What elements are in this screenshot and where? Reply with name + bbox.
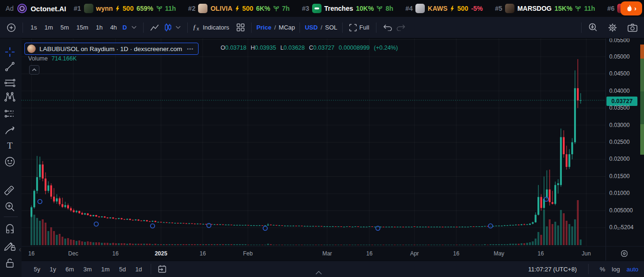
- timeframe-button[interactable]: 1s: [28, 22, 40, 33]
- range-button[interactable]: 5d: [115, 264, 130, 274]
- range-button[interactable]: 1m: [98, 264, 114, 274]
- price-axis[interactable]: 0.03727 0.055000.050000.045000.040000.03…: [606, 38, 644, 246]
- symbol-search-plus-button[interactable]: [5, 21, 18, 34]
- range-button[interactable]: 1y: [46, 264, 60, 274]
- text-tool[interactable]: T: [3, 139, 16, 152]
- trending-token-item[interactable]: #5MARSDOG15K%11h: [495, 4, 595, 13]
- ohlc-readout: O0.03718 H0.03935 L0.03628 C0.03727 0.00…: [221, 45, 398, 51]
- price-mode-button[interactable]: Price: [256, 24, 271, 31]
- timeframe-button-active[interactable]: D: [120, 22, 130, 33]
- token-rank: #3: [302, 5, 309, 12]
- time-axis-label: 2025: [155, 250, 168, 257]
- trending-token-item[interactable]: #1wynn500659%11h: [74, 4, 176, 13]
- timeframe-group: 1s1m5m15m1h4h: [28, 22, 120, 33]
- right-edge-preview-strip: [640, 45, 644, 155]
- measure-ruler-tool[interactable]: [3, 185, 16, 198]
- layout-grid-icon[interactable]: [235, 22, 246, 33]
- trend-line-tool[interactable]: [3, 60, 16, 73]
- price-axis-label: 0.01000: [609, 190, 629, 196]
- high-value: 0.03935: [255, 45, 276, 51]
- magnet-tool[interactable]: [3, 222, 16, 235]
- timeframe-dropdown-chevron-icon[interactable]: [130, 24, 138, 31]
- range-button[interactable]: 3m: [80, 264, 96, 274]
- axis-settings-icon[interactable]: [621, 250, 628, 257]
- timeframe-button[interactable]: 4h: [107, 22, 120, 33]
- price-mcap-separator: /: [274, 24, 276, 31]
- range-button[interactable]: 5y: [30, 264, 44, 274]
- token-age: 11h: [165, 5, 176, 12]
- trade-event-markers[interactable]: [38, 197, 549, 231]
- range-button-group: 5y1y6m3m1m5d1d: [30, 264, 146, 274]
- trending-token-item[interactable]: #2OLIVIA5006K%7h: [188, 4, 290, 13]
- timeframe-button[interactable]: 1m: [42, 22, 56, 33]
- boost-cta-button[interactable]: ›: [621, 1, 642, 15]
- zoom-in-tool[interactable]: [3, 200, 16, 213]
- trending-token-item[interactable]: #3Trenches10K%8h: [302, 4, 393, 13]
- toolbar-divider: [187, 22, 188, 33]
- token-avatar-glyph: [314, 7, 319, 9]
- symbol-legend[interactable]: LABUBU/SOL on Raydium · 1D · dexscreener…: [24, 43, 199, 55]
- price-axis-label: 0.005000: [609, 207, 633, 214]
- brush-tool[interactable]: [3, 124, 16, 137]
- token-avatar: [312, 4, 322, 13]
- token-boost: 500: [242, 5, 253, 12]
- auto-scale-button[interactable]: auto: [627, 266, 638, 273]
- quick-search-flash-icon[interactable]: [586, 21, 599, 34]
- token-name: Trenches: [324, 5, 353, 12]
- bottom-divider: [588, 264, 589, 274]
- go-to-date-button[interactable]: [156, 263, 169, 275]
- chart-style-dropdown-chevron-icon[interactable]: [174, 24, 183, 31]
- pane-collapse-chevron[interactable]: [315, 271, 322, 275]
- xabcd-pattern-tool[interactable]: [3, 90, 16, 104]
- toolbar-divider: [299, 22, 300, 33]
- legend-collapse-button[interactable]: [29, 65, 39, 75]
- percent-scale-button[interactable]: %: [600, 266, 606, 273]
- token-rank: #6: [607, 5, 615, 12]
- session-clock[interactable]: 11:07:27 (UTC+8): [528, 266, 576, 273]
- indicators-button[interactable]: ƒx Indicators: [192, 23, 229, 31]
- toolbar-divider: [342, 22, 343, 33]
- token-avatar: [27, 45, 36, 53]
- drawing-lock-tool[interactable]: [3, 239, 16, 252]
- horizontal-lines-tool[interactable]: [3, 76, 16, 90]
- trending-token-item[interactable]: #4KAWS500-5%: [406, 4, 483, 13]
- token-change: 10K%: [356, 5, 374, 12]
- boost-lightning-icon: [115, 6, 120, 12]
- timeframe-button[interactable]: 5m: [58, 22, 72, 33]
- timeframe-button[interactable]: 1h: [93, 22, 105, 33]
- change-percent: (+0.24%): [374, 45, 398, 51]
- emoji-tool[interactable]: [3, 155, 16, 168]
- range-button[interactable]: 1d: [131, 264, 146, 274]
- legend-more-button[interactable]: •••: [186, 46, 194, 52]
- redo-button[interactable]: [394, 22, 407, 33]
- volume-readout: Volume 714.166K: [28, 55, 77, 62]
- price-chart-canvas[interactable]: LABUBU/SOL on Raydium · 1D · dexscreener…: [22, 38, 606, 246]
- settings-gear-icon[interactable]: [606, 21, 619, 34]
- camera-snapshot-icon[interactable]: [626, 22, 639, 34]
- usd-mode-button[interactable]: USD: [305, 24, 317, 31]
- token-name: MARSDOG: [517, 5, 552, 12]
- candlestick-style-icon[interactable]: [162, 21, 174, 34]
- price-axis-label: 0.02500: [609, 139, 629, 145]
- rail-collapse-handle[interactable]: ‹: [19, 245, 21, 253]
- line-chart-style-icon[interactable]: [148, 22, 162, 33]
- crosshair-tool[interactable]: [3, 45, 16, 59]
- token-rank: #1: [74, 5, 81, 12]
- octonet-logo-icon: [17, 3, 27, 14]
- sol-mode-button[interactable]: SOL: [325, 24, 337, 31]
- mcap-mode-button[interactable]: MCap: [279, 24, 295, 31]
- fullscreen-button[interactable]: Full: [347, 22, 371, 33]
- time-axis[interactable]: 16Dec16202516FebMar16Apr16May16Jun: [22, 246, 606, 261]
- lock-all-drawings-tool[interactable]: [3, 256, 16, 270]
- ad-chip[interactable]: Ad Octonet.AI: [6, 3, 66, 14]
- log-scale-button[interactable]: log: [612, 266, 620, 273]
- timeframe-button[interactable]: 15m: [74, 22, 91, 33]
- parallel-channel-tool[interactable]: [3, 107, 16, 120]
- range-button[interactable]: 6m: [61, 264, 77, 274]
- token-rank: #2: [188, 5, 196, 12]
- indicators-label: Indicators: [203, 24, 229, 31]
- toolbar-divider: [581, 22, 582, 33]
- undo-button[interactable]: [381, 22, 394, 33]
- age-sprout-icon: [156, 6, 162, 12]
- fullscreen-label: Full: [360, 24, 369, 31]
